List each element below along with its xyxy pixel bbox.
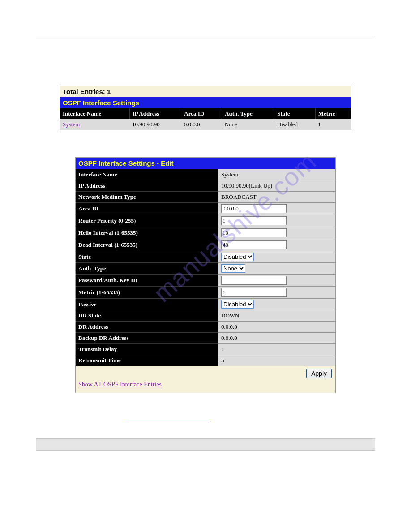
router-priority-input[interactable] <box>221 216 287 225</box>
ospf-edit-table: Interface Name System IP Address 10.90.9… <box>76 169 335 366</box>
label-transmit-delay: Transmit Delay <box>76 344 218 355</box>
label-network-medium-type: Network Medium Type <box>76 192 218 203</box>
col-ip-address: IP Address <box>129 108 181 119</box>
passive-select[interactable]: Disabled <box>221 300 254 309</box>
label-dr-state: DR State <box>76 310 218 322</box>
value-backup-dr-address: 0.0.0.0 <box>218 333 335 344</box>
col-area-id: Area ID <box>181 108 222 119</box>
row-metric: 1 <box>315 119 351 130</box>
label-password: Password/Auth. Key ID <box>76 275 218 287</box>
label-ip-address: IP Address <box>76 180 218 192</box>
row-ip-address: 10.90.90.90 <box>129 119 181 130</box>
label-retransmit-time: Retransmit Time <box>76 355 218 366</box>
col-auth-type: Auth. Type <box>222 108 274 119</box>
ospf-edit-panel: OSPF Interface Settings - Edit Interface… <box>75 157 336 393</box>
row-interface-name-link[interactable]: System <box>60 119 129 130</box>
label-dead-interval: Dead Interval (1-65535) <box>76 239 218 251</box>
value-retransmit-time: 5 <box>218 355 335 366</box>
label-state: State <box>76 251 218 263</box>
label-metric: Metric (1-65535) <box>76 287 218 299</box>
value-ip-address: 10.90.90.90(Link Up) <box>218 180 335 192</box>
row-auth-type: None <box>222 119 274 130</box>
ospf-list-table: Interface Name IP Address Area ID Auth. … <box>60 108 351 130</box>
ospf-list-header-row: Interface Name IP Address Area ID Auth. … <box>60 108 351 119</box>
label-auth-type: Auth. Type <box>76 263 218 275</box>
label-interface-name: Interface Name <box>76 169 218 180</box>
value-network-medium-type: BROADCAST <box>218 192 335 203</box>
label-router-priority: Router Priority (0-255) <box>76 215 218 227</box>
ospf-list-panel: Total Entries: 1 OSPF Interface Settings… <box>60 86 351 130</box>
area-id-input[interactable] <box>221 204 287 213</box>
label-area-id: Area ID <box>76 203 218 215</box>
total-entries-label: Total Entries: 1 <box>60 86 351 97</box>
blue-underline <box>125 420 210 420</box>
password-input[interactable] <box>221 276 287 285</box>
ospf-list-title: OSPF Interface Settings <box>60 97 351 108</box>
label-dr-address: DR Address <box>76 322 218 333</box>
label-passive: Passive <box>76 299 218 310</box>
hello-interval-input[interactable] <box>221 228 287 237</box>
value-dr-state: DOWN <box>218 310 335 322</box>
apply-button[interactable]: Apply <box>306 369 332 378</box>
dead-interval-input[interactable] <box>221 240 287 249</box>
metric-input[interactable] <box>221 288 287 297</box>
value-transmit-delay: 1 <box>218 344 335 355</box>
row-state: Disabled <box>274 119 315 130</box>
label-hello-interval: Hello Interval (1-65535) <box>76 227 218 239</box>
value-interface-name: System <box>218 169 335 180</box>
state-select[interactable]: Disabled <box>221 253 254 261</box>
col-metric: Metric <box>315 108 351 119</box>
show-all-link[interactable]: Show All OSPF Interface Entries <box>76 380 164 391</box>
auth-type-select[interactable]: None <box>221 264 245 273</box>
col-interface-name: Interface Name <box>60 108 129 119</box>
bottom-grey-bar <box>36 438 375 451</box>
value-dr-address: 0.0.0.0 <box>218 322 335 333</box>
row-area-id: 0.0.0.0 <box>181 119 222 130</box>
col-state: State <box>274 108 315 119</box>
table-row: System 10.90.90.90 0.0.0.0 None Disabled… <box>60 119 351 130</box>
ospf-edit-title: OSPF Interface Settings - Edit <box>76 158 335 169</box>
label-backup-dr-address: Backup DR Address <box>76 333 218 344</box>
top-rule <box>36 36 375 36</box>
